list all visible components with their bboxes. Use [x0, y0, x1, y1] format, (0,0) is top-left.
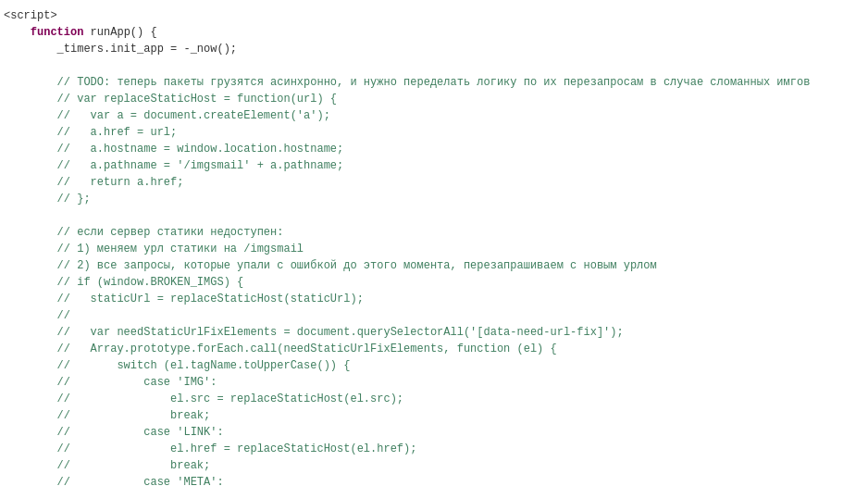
line-content: // el.src = replaceStaticHost(el.src);	[4, 391, 864, 407]
line-content: // break;	[4, 457, 864, 474]
line-content: // break;	[4, 407, 864, 424]
code-line-c17: // case 'IMG':	[0, 374, 868, 391]
line-content: // var a = document.createElement('a');	[4, 107, 864, 124]
code-line-script-open: <script>	[0, 7, 868, 24]
line-content: // staticUrl = replaceStaticHost(staticU…	[4, 291, 864, 307]
code-line-c8: // если сервер статики недоступен:	[0, 224, 868, 241]
line-content: _timers.init_app = -_now();	[4, 41, 864, 57]
line-content	[4, 207, 864, 224]
line-content: // Array.prototype.forEach.call(needStat…	[4, 341, 864, 357]
code-line-blank1	[0, 57, 868, 74]
line-content: // };	[4, 191, 864, 207]
code-line-c2: // var a = document.createElement('a');	[0, 107, 868, 124]
line-content: // case 'LINK':	[4, 424, 864, 441]
code-line-c15: // Array.prototype.forEach.call(needStat…	[0, 341, 868, 357]
line-content: // var replaceStaticHost = function(url)…	[4, 91, 864, 107]
code-editor: <script> function runApp() { _timers.ini…	[0, 0, 868, 486]
code-line-c21: // el.href = replaceStaticHost(el.href);	[0, 441, 868, 457]
code-line-c9: // 1) меняем урл статики на /imgsmail	[0, 241, 868, 257]
code-line-c16: // switch (el.tagName.toUpperCase()) {	[0, 357, 868, 374]
line-content: <script>	[4, 7, 864, 24]
code-line-timers: _timers.init_app = -_now();	[0, 41, 868, 57]
code-line-blank2	[0, 207, 868, 224]
code-line-c20: // case 'LINK':	[0, 424, 868, 441]
line-content: // return a.href;	[4, 174, 864, 191]
line-content: function runApp() {	[4, 24, 864, 41]
line-content: // case 'IMG':	[4, 374, 864, 391]
line-content	[4, 57, 864, 74]
line-content: // 2) все запросы, которые упали с ошибк…	[4, 257, 864, 274]
code-line-c5: // a.pathname = '/imgsmail' + a.pathname…	[0, 157, 868, 174]
line-content: // 1) меняем урл статики на /imgsmail	[4, 241, 864, 257]
code-line-c13: //	[0, 307, 868, 324]
code-line-c11: // if (window.BROKEN_IMGS) {	[0, 274, 868, 291]
line-content: // var needStaticUrlFixElements = docume…	[4, 324, 864, 341]
line-content: // a.pathname = '/imgsmail' + a.pathname…	[4, 157, 864, 174]
line-content: // TODO: теперь пакеты грузятся асинхрон…	[4, 74, 864, 91]
code-line-c18: // el.src = replaceStaticHost(el.src);	[0, 391, 868, 407]
line-content: // switch (el.tagName.toUpperCase()) {	[4, 357, 864, 374]
code-line-function: function runApp() {	[0, 24, 868, 41]
code-line-todo: // TODO: теперь пакеты грузятся асинхрон…	[0, 74, 868, 91]
code-line-c19: // break;	[0, 407, 868, 424]
code-line-c6: // return a.href;	[0, 174, 868, 191]
code-line-c3: // a.href = url;	[0, 124, 868, 141]
code-line-c7: // };	[0, 191, 868, 207]
line-content: // a.href = url;	[4, 124, 864, 141]
code-line-c22: // break;	[0, 457, 868, 474]
code-line-c23: // case 'META':	[0, 474, 868, 486]
code-line-c12: // staticUrl = replaceStaticHost(staticU…	[0, 291, 868, 307]
line-content: // case 'META':	[4, 474, 864, 486]
code-line-c4: // a.hostname = window.location.hostname…	[0, 141, 868, 157]
code-line-c14: // var needStaticUrlFixElements = docume…	[0, 324, 868, 341]
code-line-c1: // var replaceStaticHost = function(url)…	[0, 91, 868, 107]
line-content: // если сервер статики недоступен:	[4, 224, 864, 241]
line-content: //	[4, 307, 864, 324]
line-content: // if (window.BROKEN_IMGS) {	[4, 274, 864, 291]
line-content: // a.hostname = window.location.hostname…	[4, 141, 864, 157]
line-content: // el.href = replaceStaticHost(el.href);	[4, 441, 864, 457]
code-line-c10: // 2) все запросы, которые упали с ошибк…	[0, 257, 868, 274]
